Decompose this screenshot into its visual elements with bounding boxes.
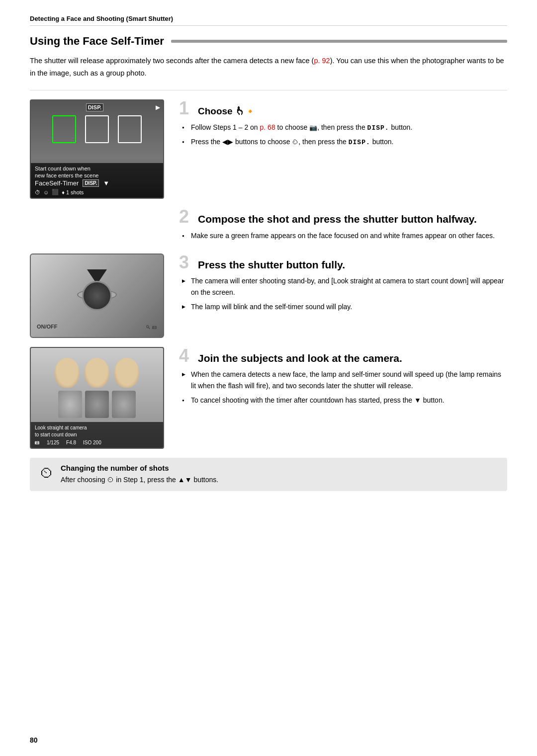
note-title: Changing the number of shots [61,464,497,472]
step-3-bullet-1: The camera will enter shooting stand-by,… [182,275,507,298]
cam-label-2: new face enters the scene [35,172,159,178]
cam-mode-icons: 🔍︎ 📷︎ [146,325,157,330]
note-text: After choosing ⏲︎ in Step 1, press the ▲… [61,474,497,485]
cam-status-row: ⏱ ☺ ⬛ ♦ 1 shots [35,189,159,195]
stat-shutter: 1/125 [47,440,59,445]
note-content: Changing the number of shots After choos… [61,464,497,485]
camera-screen-placeholder: DISP. ▶ Start count down when new face e… [30,99,164,199]
cam-faces [31,115,163,143]
step-1-row: DISP. ▶ Start count down when new face e… [30,99,507,199]
step-1-bullet-1: Follow Steps 1 – 2 on p. 68 to choose 📷,… [182,122,507,133]
camera-lens [82,281,112,311]
group-faces [31,358,163,388]
section-title-line [171,40,507,43]
cam-face-box-green [52,115,76,143]
cam-icon-1: ⏱ [35,189,40,195]
step-2-bullets: Make sure a green frame appears on the f… [182,230,507,242]
note-box: ⏲︎ Changing the number of shots After ch… [30,458,507,491]
cam-icon-3: ⬛ [52,189,59,195]
cam-face-box-1 [85,115,109,143]
mode-icon-1: 🔍︎ 📷︎ [146,325,157,330]
disp-bottom-badge: DISP. [83,179,99,187]
page-number: 80 [30,736,38,744]
step-4-header: 4 Join the subjects and look at the came… [179,347,507,365]
cam-icons-row: FaceSelf-Timer DISP. ▼ [35,179,159,187]
body-2 [85,391,109,418]
cam-shots: ♦ 1 shots [62,189,84,195]
cam-bottom-bar: Start count down when new face enters th… [31,163,163,198]
step-1-bullets: Follow Steps 1 – 2 on p. 68 to choose 📷,… [182,122,507,148]
body-3 [112,391,136,418]
section-title: Using the Face Self-Timer [30,35,164,48]
page-header: Detecting a Face and Shooting (Smart Shu… [30,15,507,26]
step-1-image: DISP. ▶ Start count down when new face e… [30,99,164,199]
page: Detecting a Face and Shooting (Smart Shu… [0,0,537,756]
cam-controls: ON/OFF [37,322,58,330]
step-3-header: 3 Press the shutter button fully. [179,253,507,271]
step-2-title: Compose the shot and press the shutter b… [198,212,477,226]
step-4-content: 4 Join the subjects and look at the came… [179,347,507,410]
group-bodies [31,391,163,418]
overlay-stats: 📷︎ 1/125 F4.8 ISO 200 [35,440,159,445]
step-3-number: 3 [179,253,193,271]
stat-aperture: F4.8 [66,440,76,445]
stat-icon: 📷︎ [35,440,40,445]
step-3-bullets: The camera will enter shooting stand-by,… [182,275,507,313]
overlay-line-1: Look straight at camera [35,424,159,431]
step-3-bullet-2: The lamp will blink and the self-timer s… [182,301,507,313]
step-2-row: 2 Compose the shot and press the shutter… [30,208,507,244]
cam-label-1: Start count down when [35,166,159,171]
camera-body-inner: ON/OFF 🔍︎ 📷︎ [31,254,163,337]
note-icon-inline: ⏲︎ [107,476,114,484]
group-face-2 [85,358,109,388]
note-icon: ⏲︎ [40,465,54,481]
step-1-number: 1 [179,99,193,117]
step-3-title: Press the shutter button fully. [198,258,345,271]
step-2-content: 2 Compose the shot and press the shutter… [179,208,507,244]
step-2-header: 2 Compose the shot and press the shutter… [179,208,507,226]
intro-text: The shutter will release approximately t… [30,55,507,79]
step-4-bullets: When the camera detects a new face, the … [182,369,507,406]
cam-icon-2: ☺ [43,189,49,195]
stat-iso: ISO 200 [83,440,101,445]
overlay-line-2: to start count down [35,431,159,438]
step-4-number: 4 [179,347,193,365]
step-4-image: Look straight at camera to start count d… [30,347,164,449]
step-divider [30,90,507,90]
step-1-header: 1 Choose 👆︎🔸 [179,99,507,118]
step-1-content: 1 Choose 👆︎🔸 Follow Steps 1 – 2 on p. 68… [179,99,507,151]
step-3-content: 3 Press the shutter button fully. The ca… [179,253,507,316]
step-3-row: ON/OFF 🔍︎ 📷︎ 3 Press the shutter button … [30,253,507,338]
group-face-3 [114,358,139,388]
step-1-bullet-2: Press the ◀▶ buttons to choose ⏲, then p… [182,136,507,148]
page-header-text: Detecting a Face and Shooting (Smart Shu… [30,15,173,22]
step1-link[interactable]: p. 68 [260,123,275,131]
group-photo-img: Look straight at camera to start count d… [30,347,164,449]
step-2-bullet-1: Make sure a green frame appears on the f… [182,230,507,242]
step-2-number: 2 [179,208,193,226]
step-4-row: Look straight at camera to start count d… [30,347,507,449]
camera-body-img: ON/OFF 🔍︎ 📷︎ [30,253,164,338]
group-photo-overlay: Look straight at camera to start count d… [31,422,163,448]
step-4-bullet-1: When the camera detects a new face, the … [182,369,507,392]
body-1 [58,391,82,418]
disp-badge: DISP. [86,103,103,111]
cam-bottom-label: FaceSelf-Timer [35,179,79,187]
section-title-bar: Using the Face Self-Timer [30,35,507,48]
onoff-label: ON/OFF [37,324,58,330]
step-4-bullet-2: To cancel shooting with the timer after … [182,395,507,406]
cam-arrow: ▼ [103,179,109,187]
intro-link[interactable]: p. 92 [314,57,330,65]
group-face-1 [55,358,80,388]
step-3-image: ON/OFF 🔍︎ 📷︎ [30,253,164,338]
cam-top-bar: DISP. ▶ [34,103,160,111]
cam-face-box-2 [118,115,142,143]
cam-top-right: ▶ [156,104,160,111]
step-4-title: Join the subjects and look at the camera… [198,351,402,365]
step-1-title: Choose 👆︎🔸 [198,105,256,118]
